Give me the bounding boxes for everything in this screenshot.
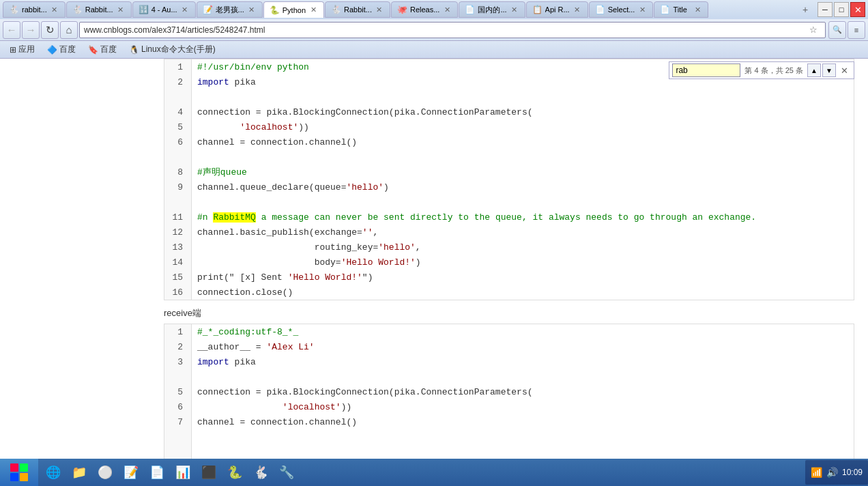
- tab-close-icon[interactable]: ✕: [637, 5, 647, 14]
- tab-label: Select...: [608, 5, 635, 14]
- tab-close-icon[interactable]: ✕: [180, 5, 190, 14]
- line-content: import pika: [192, 74, 256, 89]
- bookmark-baidu2-label: 百度: [100, 44, 117, 55]
- tab-close-icon[interactable]: ✕: [247, 5, 257, 14]
- back-button[interactable]: ←: [3, 21, 20, 39]
- close-button[interactable]: ✕: [850, 2, 865, 17]
- line-content: [192, 89, 203, 104]
- line-number: [164, 195, 192, 210]
- code-line: 15print(" [x] Sent 'Hello World!'"): [164, 270, 854, 285]
- code-line: 4connection = pika.BlockingConnection(pi…: [164, 104, 854, 119]
- tab-close-icon[interactable]: ✕: [442, 5, 452, 14]
- tab-tab6[interactable]: 🐇 Rabbit... ✕: [325, 1, 390, 18]
- tab-tab1[interactable]: 🐇 rabbit... ✕: [3, 1, 66, 18]
- search-next-button[interactable]: ▼: [822, 63, 836, 77]
- code-line: [164, 149, 854, 165]
- line-number: 5: [164, 384, 192, 399]
- tab-tab4[interactable]: 📝 老男孩... ✕: [197, 1, 263, 18]
- taskbar-mq-icon[interactable]: 🐇: [248, 460, 273, 485]
- tab-close-icon[interactable]: ✕: [308, 5, 318, 15]
- code-line: 12channel.basic_publish(exchange='',: [164, 225, 854, 240]
- code-line: 13 routing_key='hello',: [164, 240, 854, 255]
- line-number: [164, 429, 192, 444]
- bookmark-apps[interactable]: ⊞ 应用: [5, 42, 39, 57]
- code-line: 3import pika: [164, 354, 854, 369]
- tab-close-icon[interactable]: ✕: [116, 5, 126, 14]
- taskbar-chrome-icon[interactable]: ⚪: [93, 460, 117, 485]
- tab-close-icon[interactable]: ✕: [693, 5, 702, 14]
- code-line: [164, 444, 854, 459]
- line-number: 1: [164, 324, 192, 339]
- zoom-button[interactable]: 🔍: [828, 21, 846, 39]
- tab-close-icon[interactable]: ✕: [50, 5, 59, 14]
- tab-tab8[interactable]: 📄 国内的... ✕: [459, 1, 525, 18]
- maximize-button[interactable]: □: [834, 2, 849, 17]
- line-content: [192, 444, 203, 459]
- address-bar[interactable]: www.cnblogs.com/alex3714/articles/524824…: [79, 22, 826, 38]
- line-content: [192, 149, 203, 165]
- tab-tab11[interactable]: 📄 Title ✕: [654, 1, 708, 18]
- taskbar-python-icon[interactable]: 🐍: [222, 460, 247, 485]
- line-content: #_*_coding:utf-8_*_: [192, 324, 298, 339]
- search-input[interactable]: [672, 63, 740, 77]
- tab-close-icon[interactable]: ✕: [510, 5, 519, 14]
- taskbar-cmd-icon[interactable]: ⬛: [197, 460, 221, 485]
- bookmark-linux[interactable]: 🐧 Linux命令大全(手册): [125, 42, 220, 57]
- line-number: [164, 369, 192, 384]
- refresh-button[interactable]: ↻: [41, 21, 59, 39]
- line-content: connection.close(): [192, 285, 293, 300]
- taskbar-extra-icon[interactable]: 🔧: [274, 460, 299, 485]
- tab-close-icon[interactable]: ✕: [375, 5, 384, 14]
- line-number: 5: [164, 119, 192, 134]
- tab-tab7[interactable]: 🐙 Releas... ✕: [391, 1, 458, 18]
- taskbar-folder-icon[interactable]: 📁: [67, 460, 91, 485]
- minimize-button[interactable]: ─: [818, 2, 833, 17]
- home-button[interactable]: ⌂: [60, 21, 78, 39]
- bookmark-star-icon[interactable]: ☆: [806, 23, 821, 38]
- tab-favicon: 🐇: [9, 5, 19, 14]
- tab-tab3[interactable]: 🔢 4 - Au... ✕: [132, 1, 196, 18]
- tab-tab2[interactable]: 🐇 Rabbit... ✕: [66, 1, 132, 18]
- bookmark-baidu2[interactable]: 🔖 百度: [84, 42, 121, 57]
- tab-label: Python: [283, 6, 306, 14]
- taskbar-quick-launch: 🌐 📁 ⚪ 📝 📄 📊 ⬛ 🐍 🐇 🔧: [38, 460, 302, 485]
- code-line: 11#n RabbitMQ a message can never be sen…: [164, 210, 854, 225]
- tab-close-icon[interactable]: ✕: [573, 5, 582, 14]
- line-number: 6: [164, 399, 192, 414]
- baidu1-icon: 🔷: [47, 45, 57, 55]
- line-content: import pika: [192, 354, 256, 369]
- line-content: 'localhost')): [192, 119, 309, 134]
- line-content: body='Hello World!'): [192, 255, 421, 270]
- bookmark-baidu1-label: 百度: [59, 44, 76, 55]
- tab-label: Rabbit...: [85, 5, 113, 14]
- code-line: 8#声明queue: [164, 165, 854, 180]
- tray-volume-icon: 🔊: [826, 467, 838, 478]
- taskbar-notepad-icon[interactable]: 📝: [119, 460, 143, 485]
- search-prev-button[interactable]: ▲: [807, 63, 821, 77]
- code-line: 6 'localhost')): [164, 399, 854, 414]
- search-close-button[interactable]: ✕: [837, 63, 851, 77]
- tab-favicon: 📝: [203, 5, 213, 14]
- line-content: __author__ = 'Alex Li': [192, 339, 315, 354]
- start-button[interactable]: [0, 459, 38, 486]
- new-tab-button[interactable]: +: [797, 1, 813, 18]
- tray-time: 10:09: [842, 468, 863, 477]
- code-line: 5 'localhost')): [164, 119, 854, 134]
- line-content: #n RabbitMQ a message can never be sent …: [192, 210, 756, 225]
- tray-network-icon: 📶: [811, 467, 822, 478]
- taskbar-ie-icon[interactable]: 🌐: [41, 460, 66, 485]
- content-area: 第 4 条，共 25 条 ▲ ▼ ✕ 1#!/usr/bin/env pytho…: [0, 59, 868, 459]
- page-scroll[interactable]: 1#!/usr/bin/env python2import pika 4conn…: [0, 59, 868, 459]
- taskbar-excel-icon[interactable]: 📊: [171, 460, 195, 485]
- tab-tab9[interactable]: 📋 Api R... ✕: [526, 1, 588, 18]
- line-number: 14: [164, 255, 192, 270]
- tab-tab5[interactable]: 🐍 Python ✕: [263, 1, 324, 18]
- tab-favicon: 📄: [595, 5, 605, 14]
- bookmark-baidu1[interactable]: 🔷 百度: [43, 42, 80, 57]
- apps-icon: ⊞: [10, 45, 16, 55]
- forward-button[interactable]: →: [22, 21, 40, 39]
- menu-button[interactable]: ≡: [848, 21, 865, 39]
- code-line: [164, 195, 854, 210]
- taskbar-word-icon[interactable]: 📄: [145, 460, 169, 485]
- tab-tab10[interactable]: 📄 Select... ✕: [589, 1, 654, 18]
